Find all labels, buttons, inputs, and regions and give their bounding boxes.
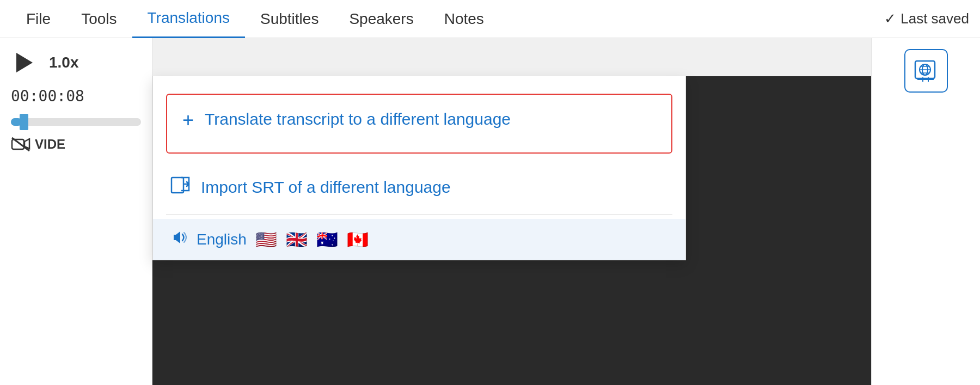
import-srt-button[interactable]: Import SRT of a different language bbox=[153, 164, 685, 210]
nav-notes[interactable]: Notes bbox=[429, 0, 499, 38]
nav-tools[interactable]: Tools bbox=[66, 0, 132, 38]
playback-speed: 1.0x bbox=[49, 54, 79, 71]
plus-icon: + bbox=[182, 109, 194, 132]
check-icon: ✓ bbox=[884, 10, 896, 27]
app-bar: File Tools Translations Subtitles Speake… bbox=[0, 0, 980, 38]
flag-gb: 🇬🇧 bbox=[286, 229, 308, 250]
flag-au: 🇦🇺 bbox=[316, 229, 338, 250]
play-button[interactable] bbox=[11, 49, 38, 76]
nav-file[interactable]: File bbox=[11, 0, 66, 38]
translate-transcript-label: Translate transcript to a different lang… bbox=[205, 108, 511, 131]
camera-off-icon bbox=[11, 137, 30, 152]
english-language-item[interactable]: English 🇺🇸 🇬🇧 🇦🇺 🇨🇦 bbox=[153, 219, 685, 260]
flag-ca: 🇨🇦 bbox=[347, 229, 369, 250]
content-area: 1.0x 00:00:08 VIDE + Translate transcrip… bbox=[0, 38, 980, 385]
translations-dropdown: + Translate transcript to a different la… bbox=[152, 76, 686, 260]
play-icon bbox=[16, 53, 33, 72]
right-panel bbox=[871, 38, 980, 385]
import-srt-label: Import SRT of a different language bbox=[201, 176, 451, 199]
globe-icon-button[interactable] bbox=[904, 49, 948, 93]
speaker-icon bbox=[170, 229, 188, 250]
left-panel: 1.0x 00:00:08 VIDE bbox=[0, 38, 152, 385]
timestamp-display: 00:00:08 bbox=[11, 87, 141, 105]
last-saved-status: ✓ Last saved bbox=[884, 10, 969, 27]
timeline-bar[interactable] bbox=[11, 118, 141, 126]
nav-speakers[interactable]: Speakers bbox=[334, 0, 428, 38]
import-icon bbox=[170, 175, 190, 199]
english-label: English bbox=[197, 231, 247, 248]
nav-translations[interactable]: Translations bbox=[132, 0, 245, 38]
translate-transcript-button[interactable]: + Translate transcript to a different la… bbox=[166, 94, 672, 154]
video-text: VIDE bbox=[35, 137, 65, 152]
timeline-handle[interactable] bbox=[20, 114, 28, 130]
svg-rect-1 bbox=[12, 139, 24, 149]
nav-subtitles[interactable]: Subtitles bbox=[245, 0, 334, 38]
svg-marker-2 bbox=[24, 139, 29, 149]
last-saved-label: Last saved bbox=[901, 10, 969, 27]
dropdown-divider bbox=[166, 214, 672, 215]
playback-controls: 1.0x bbox=[11, 49, 141, 76]
video-label: VIDE bbox=[11, 137, 141, 152]
flag-us: 🇺🇸 bbox=[255, 229, 277, 250]
